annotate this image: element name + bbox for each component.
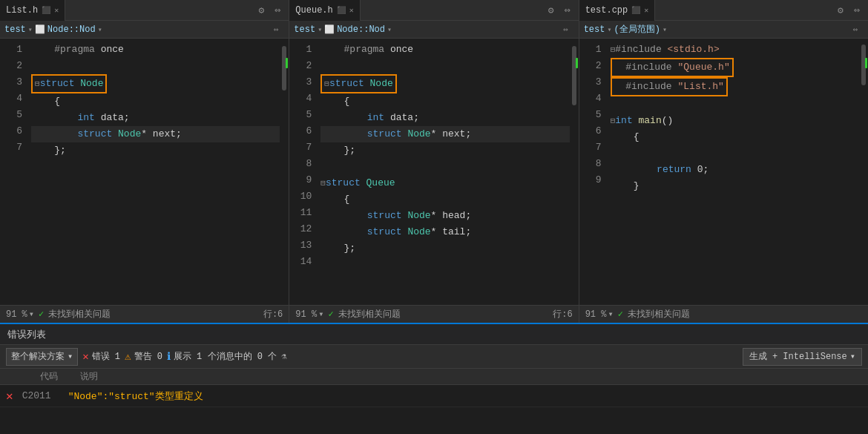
error-list: ✕ C2011 "Node":"struct"类型重定义	[0, 385, 868, 407]
pane2-scroll-thumb[interactable]	[572, 46, 576, 105]
tab-queue-h-close[interactable]: ✕	[349, 6, 354, 15]
tab-test-cpp[interactable]: test.cpp ⬛ ✕	[579, 0, 656, 21]
pane1-status: 91 % ▾ ✓ 未找到相关问题 行:6	[0, 305, 289, 323]
pin-icon-3: ⬛	[631, 6, 640, 15]
warning-badge-icon: ⚠	[125, 350, 131, 363]
error-panel-title-text: 错误列表	[7, 328, 46, 341]
editors-row: List.h ⬛ ✕ ⚙ ⇔ test ▾ ⬜ Node::Nod ▾ ⇔ 1	[0, 0, 868, 323]
filter-badge: ⚗	[281, 351, 286, 362]
tab-list-h[interactable]: List.h ⬛ ✕	[0, 0, 65, 21]
settings-icon-2[interactable]: ⚙	[543, 2, 559, 19]
pane2-line-numbers: 1 2 3 4 5 6 7 8 9 10 11 12 13 14	[289, 39, 318, 305]
split-icon-3[interactable]: ⇔	[849, 2, 865, 19]
pane1-zoom[interactable]: 91 % ▾	[6, 309, 34, 320]
pane1-scrollbar[interactable]	[280, 39, 289, 305]
info-badge-icon: ℹ	[167, 350, 171, 363]
code-line: ⊟#include <stdio.h>	[611, 42, 859, 58]
error-code-0: C2011	[22, 390, 59, 401]
pane2-right-icon[interactable]: ⇔	[558, 22, 574, 38]
error-panel-toolbar: 整个解决方案 ▾ ✕ 错误 1 ⚠ 警告 0 ℹ 展示 1 个消息中的 0 个 …	[0, 345, 868, 369]
code-line	[611, 96, 859, 113]
code-line: {	[320, 191, 569, 208]
code-line: {	[31, 93, 280, 110]
pane1-row-num: 行:6	[263, 308, 283, 320]
pane-queue-h: Queue.h ⬛ ✕ ⚙ ⇔ test ▾ ⬜ Node::Nod ▾ ⇔ 1	[289, 0, 579, 323]
breadcrumb-file-3[interactable]: test	[584, 24, 605, 35]
pane1-scroll-indicator	[286, 58, 288, 68]
tab-queue-h[interactable]: Queue.h ⬛ ✕	[289, 0, 360, 21]
pane3-status: 91 % ▾ ✓ 未找到相关问题	[579, 305, 868, 323]
breadcrumb-lock-icon-2: ⬜	[324, 24, 335, 34]
pane-test-cpp-breadcrumb: test ▾ (全局范围) ▾ ⇔	[579, 21, 868, 39]
code-line: {	[320, 93, 569, 110]
code-line: #include "List.h"	[611, 77, 859, 96]
build-button[interactable]: 生成 + IntelliSense ▾	[743, 348, 862, 366]
split-icon[interactable]: ⇔	[269, 2, 286, 19]
error-row-icon: ✕	[6, 389, 13, 404]
pane3-line-numbers: 1 2 3 4 5 6 7 8 9	[579, 39, 608, 305]
col-desc-header: 说明	[80, 370, 98, 383]
breadcrumb-file-2[interactable]: test	[294, 24, 315, 35]
error-panel-title: 错误列表	[0, 324, 868, 345]
breadcrumb-class-2[interactable]: Node::Nod	[337, 24, 385, 35]
pane-queue-h-breadcrumb: test ▾ ⬜ Node::Nod ▾ ⇔	[289, 21, 578, 39]
pane2-zoom[interactable]: 91 % ▾	[295, 309, 323, 320]
code-line: int data;	[31, 110, 280, 126]
pane1-line-numbers: 1 2 3 4 5 6 7	[0, 39, 28, 305]
code-line: ⊟struct Queue	[320, 175, 569, 191]
code-line: return 0;	[611, 162, 859, 178]
breadcrumb-class-1[interactable]: Node::Nod	[47, 24, 96, 35]
pane-test-cpp-header: test.cpp ⬛ ✕ ⚙ ⇔	[579, 0, 868, 21]
col-code-header: 代码	[40, 370, 58, 383]
pane2-status-ok-icon: ✓	[328, 309, 333, 320]
pane3-right-icon[interactable]: ⇔	[847, 22, 864, 38]
tab-test-cpp-close[interactable]: ✕	[644, 6, 648, 15]
tab-list-h-close[interactable]: ✕	[54, 6, 59, 15]
pane1-status-text: 未找到相关问题	[48, 308, 111, 320]
error-count-label: 错误 1	[92, 350, 120, 363]
pane3-scrollbar[interactable]	[859, 39, 868, 305]
breadcrumb-class-3[interactable]: (全局范围)	[614, 23, 660, 36]
pane3-status-text: 未找到相关问题	[628, 308, 690, 320]
error-panel: 错误列表 整个解决方案 ▾ ✕ 错误 1 ⚠ 警告 0 ℹ 展示 1 个消息中的…	[0, 323, 868, 415]
pane3-code-body[interactable]: ⊟#include <stdio.h> #include "Queue.h" #…	[608, 39, 859, 305]
pane-list-h-header: List.h ⬛ ✕ ⚙ ⇔	[0, 0, 289, 21]
code-line: };	[31, 142, 280, 159]
warning-badge: ⚠ 警告 0	[125, 350, 162, 363]
breadcrumb-file-1[interactable]: test	[4, 24, 26, 35]
code-line	[320, 257, 569, 273]
settings-icon[interactable]: ⚙	[253, 2, 269, 19]
code-line: };	[320, 142, 569, 159]
pane1-code-body[interactable]: #pragma once ⊟struct Node { int data; st…	[28, 39, 280, 305]
tab-list-h-label: List.h	[6, 5, 38, 16]
pane2-scrollbar[interactable]	[570, 39, 579, 305]
tab-test-cpp-label: test.cpp	[585, 5, 628, 16]
info-badge: ℹ 展示 1 个消息中的 0 个	[167, 350, 277, 363]
pane2-code-body[interactable]: #pragma once ⊟struct Node { int data; st…	[318, 39, 569, 305]
error-table-header: 代码 说明	[0, 369, 868, 385]
error-row-0[interactable]: ✕ C2011 "Node":"struct"类型重定义	[0, 385, 868, 407]
code-line	[320, 58, 569, 74]
code-line	[320, 159, 569, 175]
code-line: ⊟struct Node	[31, 74, 280, 93]
pane-test-cpp-editor: 1 2 3 4 5 6 7 8 9 ⊟#include <stdio.h> #i…	[579, 39, 868, 305]
warning-count-label: 警告 0	[134, 350, 162, 363]
scope-dropdown[interactable]: 整个解决方案 ▾	[6, 348, 78, 366]
code-line: struct Node* next;	[31, 126, 280, 142]
code-line: #include "Queue.h"	[611, 58, 859, 77]
pane-test-cpp: test.cpp ⬛ ✕ ⚙ ⇔ test ▾ (全局范围) ▾ ⇔ 1 2	[579, 0, 868, 323]
code-line	[611, 145, 859, 162]
pane3-status-ok-icon: ✓	[618, 309, 623, 320]
pane1-scroll-thumb[interactable]	[282, 46, 286, 91]
code-line: ⊟struct Node	[320, 74, 569, 93]
info-label: 展示 1 个消息中的 0 个	[174, 350, 277, 363]
pane3-zoom[interactable]: 91 % ▾	[585, 309, 614, 320]
settings-icon-3[interactable]: ⚙	[832, 2, 849, 19]
code-line: int data;	[320, 110, 569, 126]
pin-icon: ⬛	[42, 6, 50, 15]
code-line: ⊟int main()	[611, 113, 859, 129]
split-icon-2[interactable]: ⇔	[559, 2, 576, 19]
code-line	[31, 58, 280, 74]
pane1-right-icon[interactable]: ⇔	[268, 22, 284, 38]
pane2-scroll-indicator	[576, 58, 578, 68]
